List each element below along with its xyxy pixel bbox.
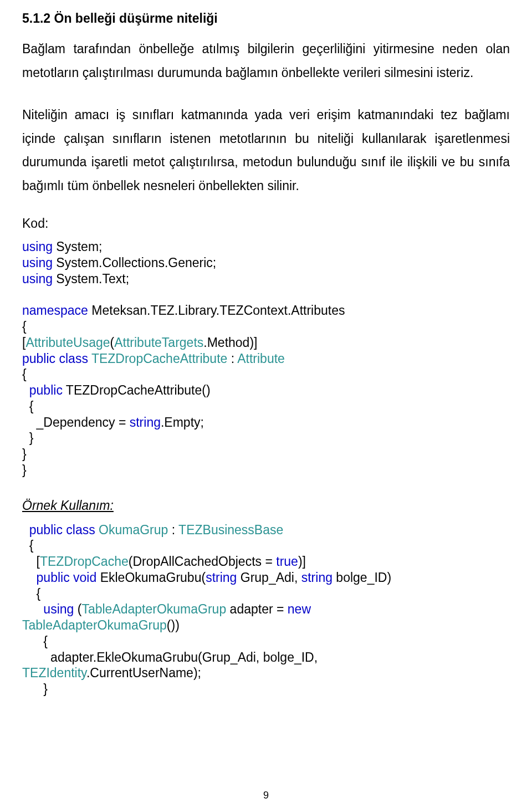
brace: }	[29, 431, 34, 445]
code-label: Kod:	[22, 216, 510, 231]
kw-string: string	[301, 570, 332, 585]
current-un: .CurrentUserName);	[86, 666, 201, 680]
type-tez-dropcache: TEZDropCache	[40, 554, 129, 569]
brace: }	[43, 682, 48, 696]
ekle-name: EkleOkumaGrubu(	[96, 570, 206, 585]
paragraph-2: Niteliğin amacı iş sınıfları katmanında …	[22, 103, 510, 197]
colon: :	[227, 351, 237, 366]
kw-string: string	[130, 415, 161, 429]
ctor-name: TEZDropCacheAttribute()	[63, 383, 211, 397]
kw-public: public	[29, 383, 63, 397]
kw-using: using	[43, 602, 74, 616]
kw-class: class	[59, 351, 88, 366]
kw-public: public	[22, 351, 55, 366]
type-okuma-grup: OkumaGrup	[99, 523, 168, 537]
code-block-1: using System; using System.Collections.G…	[22, 239, 510, 478]
kw-using: using	[22, 239, 53, 254]
kw-namespace: namespace	[22, 303, 88, 318]
section-heading: 5.1.2 Ön belleği düşürme niteliği	[22, 11, 510, 26]
type-tez-identity: TEZIdentity	[22, 666, 86, 680]
kw-using: using	[22, 272, 53, 286]
brace: {	[29, 399, 34, 413]
type-tez-bb: TEZBusinessBase	[178, 523, 283, 537]
brace: {	[22, 319, 27, 334]
brace: {	[22, 367, 27, 381]
bolge-id: bolge_ID)	[332, 570, 391, 585]
ctor-parens: ())	[167, 618, 180, 632]
example-label: Örnek Kullanım:	[22, 498, 510, 513]
kw-string: string	[206, 570, 237, 585]
kw-class: class	[66, 523, 95, 537]
code-block-2: public class OkumaGrup : TEZBusinessBase…	[22, 522, 510, 697]
txt-system-text: System.Text;	[53, 272, 129, 286]
brace: {	[29, 538, 34, 553]
txt-system: System;	[53, 239, 102, 254]
type-ta-ctor: TableAdapterOkumaGrup	[22, 618, 167, 632]
empty: .Empty;	[161, 415, 204, 429]
grup-adi: Grup_Adi,	[237, 570, 301, 585]
brace: {	[43, 634, 48, 648]
kw-new: new	[288, 602, 311, 616]
kw-void: void	[73, 570, 96, 585]
kw-using: using	[22, 255, 53, 270]
colon: :	[168, 523, 178, 537]
txt-namespace: Meteksan.TEZ.Library.TEZContext.Attribut…	[88, 303, 345, 318]
dep-line: _Dependency =	[22, 415, 130, 429]
brace: }	[22, 447, 27, 461]
type-attribute-targets: AttributeTargets	[114, 335, 203, 350]
close-attr: )]	[298, 554, 306, 569]
type-attribute-usage: AttributeUsage	[25, 335, 110, 350]
txt-method: .Method)]	[203, 335, 257, 350]
kw-public: public	[37, 570, 70, 585]
kw-true: true	[276, 554, 298, 569]
drop-all: (DropAllCachedObjects =	[129, 554, 277, 569]
type-attribute: Attribute	[237, 351, 285, 366]
type-tez-drop: TEZDropCacheAttribute	[91, 351, 227, 366]
paragraph-1: Bağlam tarafından önbelleğe atılmış bilg…	[22, 37, 510, 84]
brace: {	[37, 586, 41, 601]
type-table-adapter: TableAdapterOkumaGrup	[81, 602, 226, 616]
txt-system-collections: System.Collections.Generic;	[53, 255, 216, 270]
brace: }	[22, 463, 27, 477]
kw-public: public	[29, 523, 63, 537]
page-number: 9	[0, 790, 532, 801]
adapter-call: adapter.EkleOkumaGrubu(Grup_Adi, bolge_I…	[22, 650, 318, 664]
adapter-eq: adapter =	[226, 602, 288, 616]
